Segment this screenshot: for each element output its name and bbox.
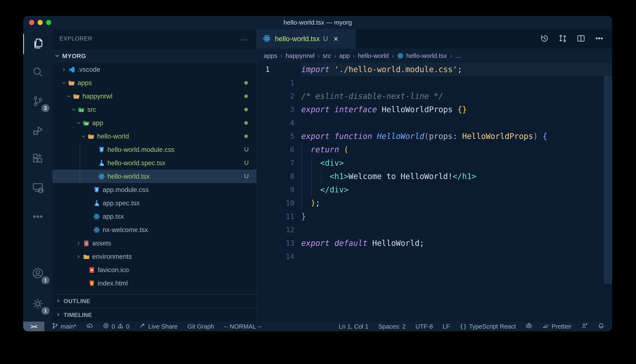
outline-section[interactable]: OUTLINE: [53, 294, 256, 308]
activity-item-settings[interactable]: 1: [23, 292, 53, 317]
code-line[interactable]: 14: [257, 250, 612, 263]
tree-row-hello-world[interactable]: hello-world: [53, 130, 256, 143]
tree-row-hello-world-spec-tsx[interactable]: TShello-world.spec.tsxU: [53, 156, 256, 170]
close-tab-icon[interactable]: ×: [333, 34, 338, 43]
tree-root-myorg[interactable]: MYORG: [53, 50, 256, 63]
code-line[interactable]: 11}: [257, 210, 612, 223]
code-line[interactable]: 10 );: [257, 196, 612, 210]
timeline-section[interactable]: TIMELINE: [53, 308, 256, 322]
status-item-typescript-react[interactable]: {}TypeScript React: [460, 323, 516, 330]
code-line[interactable]: 3export interface HelloWorldProps {}: [257, 103, 612, 116]
tree-row--vscode[interactable]: .vscode: [53, 63, 256, 76]
breadcrumb-item[interactable]: …: [455, 52, 461, 60]
more-h-icon[interactable]: [595, 34, 604, 44]
tree-item-label: environments: [92, 253, 132, 260]
line-number: 12: [257, 223, 294, 236]
status-item-main-[interactable]: main*: [52, 322, 76, 331]
activity-item-run-debug[interactable]: [23, 118, 53, 143]
editor-scrollbar[interactable]: [604, 76, 612, 284]
tree-row-src[interactable]: src: [53, 103, 256, 116]
tree-row-environments[interactable]: environments: [53, 250, 256, 263]
outline-label: OUTLINE: [64, 298, 90, 304]
status-item-cloud-up[interactable]: [86, 322, 93, 331]
code-line[interactable]: 4: [257, 116, 612, 130]
tree-indent-guide: [80, 143, 80, 183]
tree-row-hello-world-module-css[interactable]: 3hello-world.module.cssU: [53, 143, 256, 156]
tree-row-app-tsx[interactable]: app.tsx: [53, 210, 256, 223]
code-line[interactable]: 6 return (: [257, 143, 612, 156]
breadcrumb-item[interactable]: apps: [264, 52, 277, 60]
tree-row-app-spec-tsx[interactable]: TSapp.spec.tsx: [53, 196, 256, 210]
tree-item-label: src: [87, 106, 96, 114]
status-item-copilot[interactable]: [526, 322, 532, 331]
chevron-right-icon: [60, 67, 68, 72]
activity-item-search[interactable]: [23, 60, 53, 86]
line-number: 11: [257, 210, 294, 223]
breadcrumb-item[interactable]: app: [339, 52, 350, 60]
code-line[interactable]: 1import './hello-world.module.css';: [257, 63, 612, 76]
explorer-more-actions-icon[interactable]: …: [240, 34, 248, 42]
status-item-live-share[interactable]: Live Share: [139, 322, 178, 331]
status-item-prettier[interactable]: ✓✓Prettier: [542, 323, 571, 330]
split-icon[interactable]: [576, 34, 585, 44]
code-line[interactable]: 13export default HelloWorld;: [257, 236, 612, 250]
status-bar: >< main*00Live ShareGit Graph-- NORMAL -…: [23, 322, 612, 331]
status-right: Ln 1, Col 1 Spaces: 2UTF-8LF{}TypeScript…: [339, 322, 612, 331]
status-item-lf[interactable]: LF: [443, 323, 450, 330]
tree-row-happynrwl[interactable]: happynrwl: [53, 90, 256, 103]
status-item--normal-[interactable]: -- NORMAL --: [224, 323, 262, 330]
code-line[interactable]: 5export function HelloWorld(props: Hello…: [257, 130, 612, 143]
tree-row-app-module-css[interactable]: 3app.module.css: [53, 183, 256, 196]
status-item-0[interactable]: 00: [103, 322, 129, 331]
tree-row-apps[interactable]: apps: [53, 76, 256, 90]
code-line[interactable]: 2/* eslint-disable-next-line */: [257, 90, 612, 103]
breadcrumb-item[interactable]: src: [323, 52, 331, 60]
breadcrumb-item[interactable]: hello-world.tsx: [397, 52, 447, 60]
code-line[interactable]: 12: [257, 223, 612, 236]
tree-item-label: app.spec.tsx: [103, 200, 140, 207]
tree-row-favicon-ico[interactable]: ★favicon.ico: [53, 263, 256, 276]
compare-icon[interactable]: [558, 34, 567, 44]
activity-item-source-control[interactable]: 3: [23, 89, 53, 114]
status-item-git-graph[interactable]: Git Graph: [187, 323, 214, 330]
tree-row-nx-welcome-tsx[interactable]: nx-welcome.tsx: [53, 223, 256, 236]
copilot-icon: [526, 322, 532, 331]
tree-row-assets[interactable]: assets: [53, 236, 256, 250]
git-modified-dot: [244, 81, 248, 85]
code-editor[interactable]: 1import './hello-world.module.css';12/* …: [257, 63, 612, 322]
status-line-col[interactable]: Ln 1, Col 1: [339, 323, 368, 330]
breadcrumb-item[interactable]: hello-world: [358, 52, 389, 60]
git-modified-dot: [244, 134, 248, 138]
activity-item-explorer[interactable]: [23, 31, 53, 57]
badge: 1: [41, 307, 50, 315]
breadcrumb-item[interactable]: happynrwl: [286, 52, 315, 60]
status-item-feedback[interactable]: [581, 322, 588, 331]
line-number: 7: [257, 156, 294, 170]
activity-item-more[interactable]: [23, 204, 53, 230]
code-line[interactable]: 1: [257, 76, 612, 90]
tab-label: hello-world.tsx: [275, 35, 320, 43]
line-number: 9: [257, 183, 294, 196]
tree-row-app[interactable]: app: [53, 116, 256, 130]
status-item-bell[interactable]: [598, 322, 604, 331]
remote-indicator[interactable]: ><: [23, 322, 44, 331]
tree-row-index-html[interactable]: 5index.html: [53, 276, 256, 290]
history-icon[interactable]: [540, 34, 549, 44]
activity-item-accounts[interactable]: 1: [23, 261, 53, 286]
breadcrumb-separator: ›: [450, 52, 452, 60]
code-line[interactable]: 7 <div>: [257, 156, 612, 170]
line-number: 1: [257, 63, 303, 76]
editor-group: hello-world.tsx U × apps›happynrwl›src›a…: [257, 29, 612, 322]
tree-row-hello-world-tsx[interactable]: hello-world.tsxU: [53, 170, 256, 183]
line-number: 10: [257, 196, 294, 210]
code-line[interactable]: 9 </div>: [257, 183, 612, 196]
activity-item-remote-explorer[interactable]: [23, 176, 53, 201]
badge: 1: [41, 276, 50, 284]
status-item-utf-8[interactable]: UTF-8: [415, 323, 433, 330]
tab-hello-world-tsx[interactable]: hello-world.tsx U ×: [257, 29, 356, 48]
svg-text:★: ★: [90, 268, 93, 272]
activity-item-extensions[interactable]: [23, 146, 53, 172]
status-item-spaces-2[interactable]: Spaces: 2: [378, 323, 406, 330]
code-line[interactable]: 8 <h1>Welcome to HelloWorld!</h1>: [257, 170, 612, 183]
tree-item-label: hello-world.module.css: [107, 146, 174, 154]
